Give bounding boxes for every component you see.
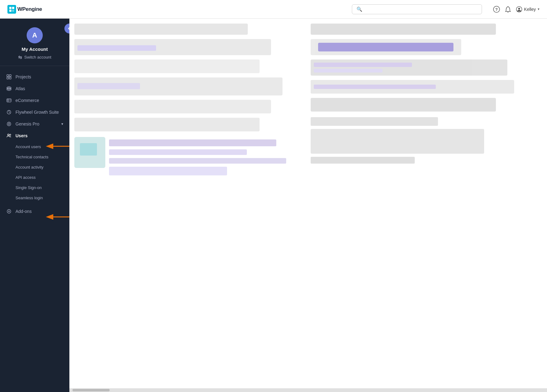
blur-block (74, 24, 248, 35)
svg-point-20 (7, 122, 11, 126)
blur-block (74, 39, 271, 55)
switch-account-label: Switch account (24, 55, 51, 59)
logo: WPengine (7, 5, 42, 14)
logo-icon (7, 5, 16, 14)
content-right-col (311, 24, 542, 383)
blur-block (74, 77, 282, 95)
sidebar-item-addons[interactable]: Add-ons (0, 205, 69, 217)
blur-block (74, 59, 260, 73)
blur-block (311, 59, 507, 76)
ecommerce-label: eCommerce (15, 98, 39, 103)
search-input[interactable] (365, 7, 477, 12)
sidebar-item-genesis[interactable]: Genesis Pro ▾ (0, 118, 69, 130)
svg-text:?: ? (495, 7, 498, 12)
scrollbar-thumb[interactable] (72, 389, 110, 391)
svg-rect-2 (9, 10, 11, 12)
svg-rect-10 (9, 75, 11, 77)
addons-label: Add-ons (15, 209, 32, 214)
sidebar-item-account-activity[interactable]: Account activity (0, 162, 69, 172)
sidebar-item-users[interactable]: Users (0, 130, 69, 142)
user-chevron-icon: ▾ (538, 7, 540, 11)
user-menu[interactable]: Kelley ▾ (516, 6, 540, 12)
help-button[interactable]: ? (493, 6, 500, 13)
search-bar[interactable]: 🔍 (352, 4, 482, 14)
user-name: Kelley (524, 7, 536, 12)
svg-rect-16 (7, 99, 11, 102)
sidebar-item-account-users[interactable]: Account users (0, 142, 69, 152)
users-label: Users (15, 133, 28, 138)
svg-rect-11 (7, 77, 9, 79)
svg-point-23 (10, 134, 11, 135)
sidebar-item-seamless-login[interactable]: Seamless login (0, 193, 69, 203)
projects-icon (6, 74, 12, 80)
horizontal-scrollbar[interactable] (69, 388, 547, 392)
sidebar-item-technical-contacts[interactable]: Technical contacts (0, 152, 69, 162)
svg-point-8 (518, 8, 520, 10)
blur-right-image (311, 117, 542, 164)
blurred-content (69, 19, 547, 388)
search-icon: 🔍 (357, 7, 362, 12)
svg-rect-0 (9, 7, 11, 9)
svg-rect-9 (7, 75, 9, 77)
blur-row-image (74, 137, 306, 175)
flywheel-icon (6, 109, 12, 115)
blur-block (311, 39, 461, 55)
svg-point-22 (8, 134, 9, 136)
ecommerce-icon (6, 98, 12, 103)
logo-text: WPengine (17, 6, 42, 12)
svg-rect-3 (12, 10, 14, 12)
main-layout: A My Account Switch account Projects (0, 19, 547, 392)
blur-block (311, 98, 496, 112)
top-navigation: WPengine 🔍 ? Kelley ▾ (0, 0, 547, 19)
sidebar-item-atlas[interactable]: Atlas (0, 83, 69, 95)
blur-block (311, 80, 514, 94)
genesis-chevron-icon: ▾ (61, 122, 63, 126)
notifications-button[interactable] (505, 6, 511, 13)
blur-block (74, 118, 260, 131)
sidebar-item-ecommerce[interactable]: eCommerce (0, 95, 69, 106)
projects-label: Projects (15, 74, 31, 79)
genesis-icon (6, 121, 12, 127)
account-section: A My Account Switch account (0, 19, 69, 66)
account-name: My Account (22, 46, 48, 52)
svg-point-6 (507, 11, 508, 12)
sidebar: A My Account Switch account Projects (0, 19, 69, 392)
sidebar-nav: Projects Atlas eCommerce (0, 68, 69, 392)
users-icon (6, 133, 12, 139)
svg-rect-12 (9, 77, 11, 79)
sidebar-item-flywheel[interactable]: Flywheel Growth Suite (0, 106, 69, 118)
blur-block (74, 100, 271, 113)
svg-point-21 (8, 123, 10, 125)
svg-rect-1 (12, 7, 14, 9)
atlas-icon (6, 86, 12, 91)
addons-icon (6, 209, 12, 214)
switch-account-button[interactable]: Switch account (18, 55, 51, 59)
avatar: A (27, 27, 43, 43)
users-sub-nav: Account users Technical contacts Account… (0, 142, 69, 203)
blur-block (311, 24, 496, 35)
flywheel-label: Flywheel Growth Suite (15, 109, 59, 115)
sidebar-item-single-sign-on[interactable]: Single Sign-on (0, 183, 69, 193)
atlas-label: Atlas (15, 86, 25, 91)
genesis-label: Genesis Pro (15, 121, 39, 126)
content-left-col (74, 24, 306, 383)
sidebar-item-projects[interactable]: Projects (0, 71, 69, 83)
sidebar-item-api-access[interactable]: API access (0, 172, 69, 183)
content-area (69, 19, 547, 392)
